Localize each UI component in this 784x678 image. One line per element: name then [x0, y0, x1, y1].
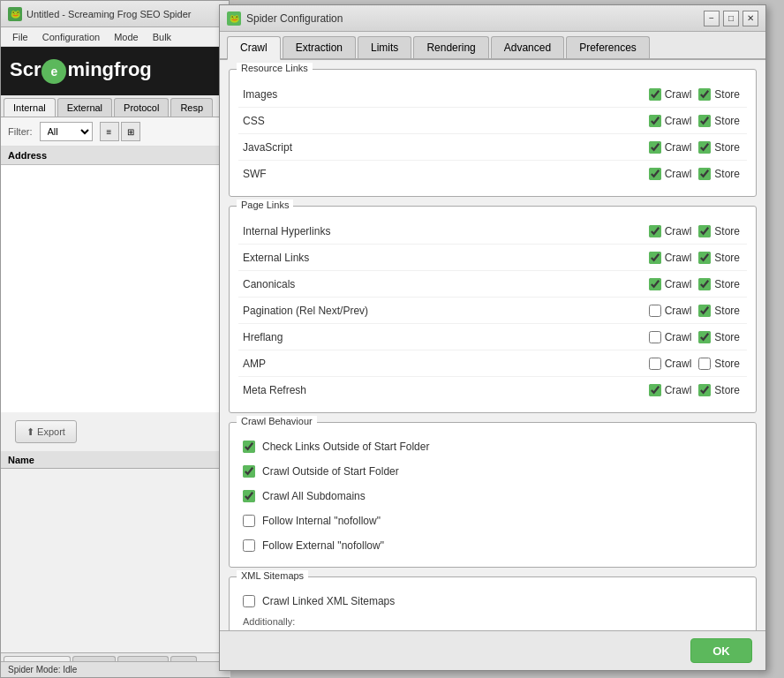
behaviour-row-check-links: Check Links Outside of Start Folder [238, 434, 747, 459]
page-row-canonicals: Canonicals Crawl Store [238, 271, 747, 298]
swf-crawl-label: Crawl [665, 168, 692, 180]
external-links-store-checkbox[interactable] [698, 252, 711, 264]
page-row-internal-hyperlinks: Internal Hyperlinks Crawl Store [238, 218, 747, 245]
app-tabs-bar: Internal External Protocol Resp [1, 95, 229, 117]
crawl-behaviour-group: Crawl Behaviour Check Links Outside of S… [229, 422, 757, 568]
tab-external[interactable]: External [57, 98, 112, 117]
filter-label: Filter: [8, 126, 33, 137]
hreflang-store-group: Store [698, 331, 740, 343]
menu-mode[interactable]: Mode [107, 30, 146, 44]
amp-crawl-checkbox[interactable] [649, 358, 661, 370]
tab-crawl[interactable]: Crawl [227, 36, 281, 60]
internal-hyperlinks-crawl-checkbox[interactable] [649, 225, 661, 237]
resource-label-javascript: JavaScript [238, 141, 649, 154]
css-crawl-group: Crawl [649, 115, 692, 127]
behaviour-row-crawl-outside: Crawl Outside of Start Folder [238, 459, 747, 484]
minimize-button[interactable]: − [704, 11, 720, 26]
images-store-checkbox[interactable] [698, 88, 711, 101]
page-row-amp: AMP Crawl Store [238, 350, 747, 377]
follow-external-nofollow-checkbox[interactable] [243, 539, 255, 552]
list-view-button[interactable]: ≡ [100, 122, 119, 141]
internal-hyperlinks-store-label: Store [714, 225, 740, 237]
view-icons: ≡ ⊞ [100, 122, 140, 141]
resource-row-swf: SWF Crawl Store [238, 161, 747, 187]
export-button[interactable]: ⬆ Export [15, 420, 77, 443]
internal-hyperlinks-crawl-group: Crawl [649, 225, 692, 237]
close-button[interactable]: ✕ [743, 11, 758, 26]
swf-store-checkbox[interactable] [698, 168, 711, 180]
pagination-crawl-label: Crawl [665, 305, 692, 317]
internal-hyperlinks-store-group: Store [698, 225, 740, 237]
dialog-title-text: Spider Configuration [246, 12, 343, 25]
images-crawl-checkbox[interactable] [649, 88, 661, 101]
javascript-crawl-group: Crawl [649, 141, 692, 154]
hreflang-crawl-group: Crawl [649, 331, 692, 343]
app-logo-area: Scremingfrog [1, 47, 229, 95]
javascript-store-label: Store [714, 141, 740, 154]
filter-select[interactable]: All [40, 122, 93, 141]
maximize-button[interactable]: □ [723, 11, 739, 26]
logo-frog-icon: e [41, 59, 66, 84]
tab-rendering[interactable]: Rendering [413, 36, 488, 58]
images-crawl-group: Crawl [649, 88, 692, 101]
menu-bulk[interactable]: Bulk [146, 30, 178, 44]
follow-internal-nofollow-checkbox[interactable] [243, 515, 255, 527]
check-links-checkbox[interactable] [243, 441, 255, 453]
tab-extraction[interactable]: Extraction [283, 36, 356, 58]
resource-row-images: Images Crawl Store [238, 81, 747, 108]
swf-store-label: Store [714, 168, 740, 180]
crawl-outside-checkbox[interactable] [243, 465, 255, 478]
canonicals-store-group: Store [698, 278, 740, 290]
external-links-store-group: Store [698, 252, 740, 264]
meta-refresh-store-checkbox[interactable] [698, 384, 711, 396]
meta-refresh-crawl-checkbox[interactable] [649, 384, 661, 396]
external-links-crawl-checkbox[interactable] [649, 252, 661, 264]
internal-hyperlinks-crawl-label: Crawl [665, 225, 692, 237]
internal-hyperlinks-store-checkbox[interactable] [698, 225, 711, 237]
pagination-crawl-checkbox[interactable] [649, 305, 661, 317]
tab-resp[interactable]: Resp [170, 98, 213, 117]
css-crawl-checkbox[interactable] [649, 115, 661, 127]
pagination-store-checkbox[interactable] [698, 305, 711, 317]
dialog-titlebar: 🐸 Spider Configuration − □ ✕ [220, 5, 765, 32]
filter-bar: Filter: All ≡ ⊞ [1, 117, 229, 147]
meta-refresh-crawl-label: Crawl [665, 384, 692, 396]
canonicals-crawl-label: Crawl [665, 278, 692, 290]
status-text: Spider Mode: Idle [8, 665, 77, 674]
pagination-store-group: Store [698, 305, 740, 317]
page-row-meta-refresh: Meta Refresh Crawl Store [238, 377, 747, 403]
menu-file[interactable]: File [5, 30, 35, 44]
images-crawl-label: Crawl [665, 88, 692, 101]
crawl-linked-xml-checkbox[interactable] [243, 595, 255, 607]
swf-crawl-checkbox[interactable] [649, 168, 661, 180]
images-store-group: Store [698, 88, 740, 101]
tab-internal[interactable]: Internal [4, 98, 56, 117]
tab-protocol[interactable]: Protocol [114, 98, 169, 117]
menu-configuration[interactable]: Configuration [35, 30, 107, 44]
label-pagination: Pagination (Rel Next/Prev) [238, 305, 649, 317]
swf-crawl-group: Crawl [649, 168, 692, 180]
tab-preferences[interactable]: Preferences [566, 36, 650, 58]
hreflang-store-checkbox[interactable] [698, 331, 711, 343]
tree-view-button[interactable]: ⊞ [121, 122, 140, 141]
crawl-outside-label: Crawl Outside of Start Folder [262, 465, 399, 478]
amp-store-checkbox[interactable] [698, 358, 711, 370]
canonicals-store-checkbox[interactable] [698, 278, 711, 290]
crawl-behaviour-legend: Crawl Behaviour [237, 416, 317, 426]
javascript-crawl-checkbox[interactable] [649, 141, 661, 154]
page-links-group: Page Links Internal Hyperlinks Crawl Sto… [229, 206, 757, 413]
hreflang-crawl-checkbox[interactable] [649, 331, 661, 343]
canonicals-crawl-checkbox[interactable] [649, 278, 661, 290]
javascript-store-checkbox[interactable] [698, 141, 711, 154]
css-store-checkbox[interactable] [698, 115, 711, 127]
tab-limits[interactable]: Limits [358, 36, 411, 58]
app-icon: 🐸 [8, 7, 22, 21]
dialog-title-area: 🐸 Spider Configuration [227, 11, 343, 26]
crawl-subdomains-checkbox[interactable] [243, 490, 255, 502]
page-row-hreflang: Hreflang Crawl Store [238, 324, 747, 350]
ok-button[interactable]: OK [690, 638, 752, 663]
pagination-crawl-group: Crawl [649, 305, 692, 317]
tab-advanced[interactable]: Advanced [491, 36, 564, 58]
address-list [1, 165, 229, 412]
canonicals-crawl-group: Crawl [649, 278, 692, 290]
